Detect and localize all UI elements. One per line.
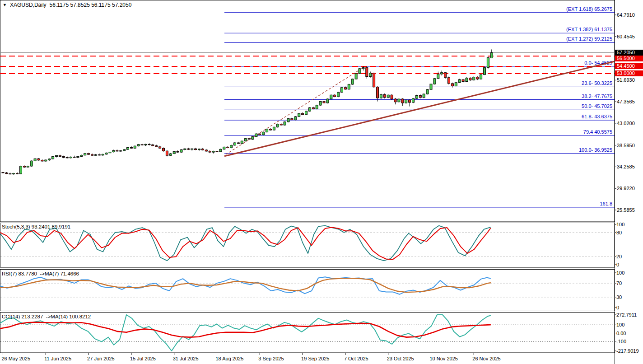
rsi-indicator-label: RSI(7) 83.7780 ->MA(7) 71.4666 bbox=[2, 271, 79, 276]
date-axis-label: 27 Jun 2025 bbox=[87, 356, 115, 361]
current-price-badge: 57.2050 bbox=[615, 50, 643, 56]
price-axis-label: 25.5855 bbox=[617, 207, 635, 213]
indicator-axis-label: 0 bbox=[616, 262, 619, 267]
date-axis-label: 18 Aug 2025 bbox=[216, 356, 244, 361]
svg-text:61.8- 43.6375: 61.8- 43.6375 bbox=[582, 114, 612, 119]
indicator-axis-label: 70 bbox=[616, 280, 622, 286]
indicator-axis-label: 100 bbox=[616, 270, 624, 275]
indicator-axis-label: 100 bbox=[616, 222, 624, 227]
price-axis-label: 51.6930 bbox=[617, 77, 635, 83]
cci-indicator-label: CCI(14) 213.2287 ->MA(14) 100.8212 bbox=[2, 314, 91, 319]
svg-text:(EXT 1.618) 65.2675: (EXT 1.618) 65.2675 bbox=[566, 6, 612, 12]
date-axis-label: 10 Nov 2025 bbox=[430, 356, 458, 361]
symbol-timeframe-label: XAGUSD,Daily bbox=[10, 2, 47, 8]
stoch-indicator-label: Stoch(5,3,3) 93.2401 89.9191 bbox=[2, 224, 70, 229]
indicator-axis-label: 30 bbox=[616, 294, 622, 300]
svg-text:161.8: 161.8 bbox=[600, 201, 612, 206]
price-axis-label: 38.5950 bbox=[617, 143, 635, 148]
svg-text:(EXT 1.382) 61.1375: (EXT 1.382) 61.1375 bbox=[566, 27, 612, 32]
symbol-dropdown-icon[interactable]: ▼ bbox=[3, 3, 7, 7]
svg-text:(EXT 1.272) 59.2125: (EXT 1.272) 59.2125 bbox=[566, 36, 612, 42]
indicator-axis-label: 20 bbox=[616, 254, 622, 259]
indicator-axis-label: 0.00 bbox=[616, 331, 626, 336]
trading-chart-window: (EXT 1.618) 65.2675(EXT 1.382) 61.1375(E… bbox=[0, 0, 643, 364]
date-axis-label: 23 Oct 2025 bbox=[387, 356, 414, 361]
date-axis-label: 11 Jun 2025 bbox=[44, 356, 71, 361]
price-axis-label: 47.3565 bbox=[617, 99, 635, 104]
price-axis-label: 34.2585 bbox=[617, 164, 635, 169]
date-axis-label: 26 May 2025 bbox=[2, 356, 31, 361]
chart-canvas[interactable]: (EXT 1.618) 65.2675(EXT 1.382) 61.1375(E… bbox=[0, 0, 643, 364]
svg-text:38.2- 47.7675: 38.2- 47.7675 bbox=[582, 93, 612, 99]
alert-level-badge: 54.4500 bbox=[615, 63, 643, 69]
price-axis-label: 64.7910 bbox=[617, 12, 635, 18]
indicator-axis-label: 0 bbox=[616, 305, 619, 310]
date-axis-label: 7 Oct 2025 bbox=[344, 356, 368, 361]
indicator-axis-label: 80 bbox=[616, 230, 622, 235]
indicator-axis-label: -217.9019 bbox=[616, 348, 639, 354]
indicator-axis-label: -100 bbox=[616, 339, 626, 344]
date-axis-label: 3 Sep 2025 bbox=[258, 356, 284, 361]
svg-text:79.4 40.5575: 79.4 40.5575 bbox=[583, 129, 612, 135]
indicator-axis-label: 272.7911 bbox=[616, 312, 637, 317]
alert-level-badge: 53.0000 bbox=[615, 70, 643, 76]
ohlc-readout: 56.1175 57.8525 56.1175 57.2050 bbox=[50, 2, 132, 8]
indicator-axis-label: 100 bbox=[616, 322, 624, 327]
price-axis-label: 43.0200 bbox=[617, 121, 635, 126]
date-axis-label: 31 Jul 2025 bbox=[173, 356, 199, 361]
price-axis-label: 60.4545 bbox=[617, 34, 635, 39]
price-axis-label: 29.9220 bbox=[617, 186, 635, 191]
date-axis-label: 26 Nov 2025 bbox=[472, 356, 500, 361]
svg-text:100.0- 36.9525: 100.0- 36.9525 bbox=[579, 147, 612, 153]
alert-level-badge: 56.5000 bbox=[615, 56, 643, 61]
date-axis-label: 19 Sep 2025 bbox=[301, 356, 329, 361]
svg-text:23.6- 50.3225: 23.6- 50.3225 bbox=[582, 80, 612, 86]
svg-text:50.0- 45.7025: 50.0- 45.7025 bbox=[582, 103, 612, 109]
chart-title: ▼ XAGUSD,Daily 56.1175 57.8525 56.1175 5… bbox=[3, 2, 131, 8]
date-axis-label: 15 Jul 2025 bbox=[130, 356, 156, 361]
